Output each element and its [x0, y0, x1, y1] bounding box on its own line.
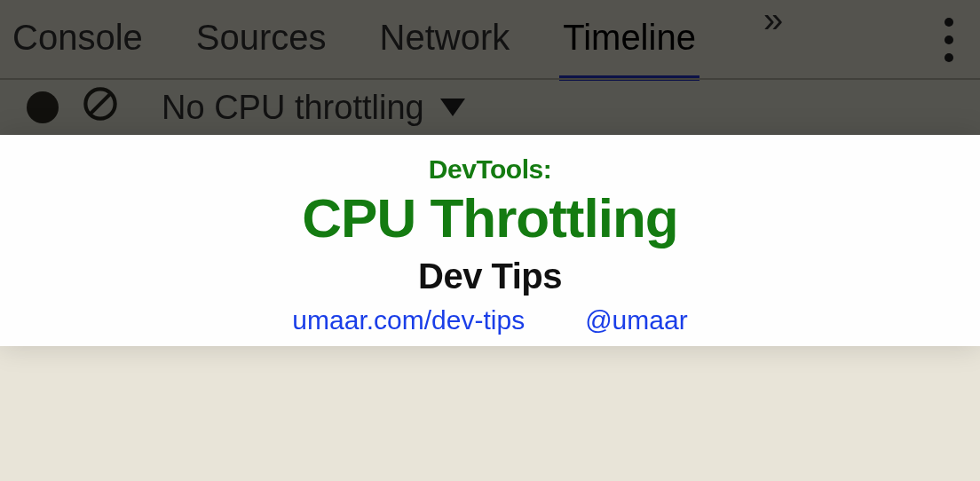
clear-icon[interactable] — [82, 85, 119, 130]
devtools-tab-bar: Console Sources Network Timeline » — [0, 0, 980, 80]
pretitle-text: DevTools: — [429, 154, 551, 185]
title-card: DevTools: CPU Throttling Dev Tips umaar.… — [0, 135, 980, 346]
cpu-throttling-select[interactable]: No CPU throttling — [162, 89, 465, 127]
svg-line-1 — [91, 93, 111, 114]
site-link[interactable]: umaar.com/dev-tips — [292, 305, 525, 335]
cpu-throttling-label: No CPU throttling — [162, 89, 424, 127]
tab-network[interactable]: Network — [376, 0, 514, 81]
tab-timeline[interactable]: Timeline — [559, 0, 699, 81]
subtitle-text: Dev Tips — [418, 256, 562, 296]
more-tabs-button[interactable]: » — [746, 0, 801, 81]
main-title-text: CPU Throttling — [302, 186, 677, 249]
tab-console[interactable]: Console — [9, 0, 146, 81]
svg-point-0 — [85, 89, 115, 118]
chevron-down-icon — [440, 99, 465, 116]
twitter-handle-link[interactable]: @umaar — [585, 305, 688, 335]
kebab-menu-icon[interactable] — [927, 18, 971, 62]
timeline-toolbar: No CPU throttling — [0, 80, 980, 135]
record-button-icon[interactable] — [27, 91, 59, 123]
tab-sources[interactable]: Sources — [193, 0, 330, 81]
